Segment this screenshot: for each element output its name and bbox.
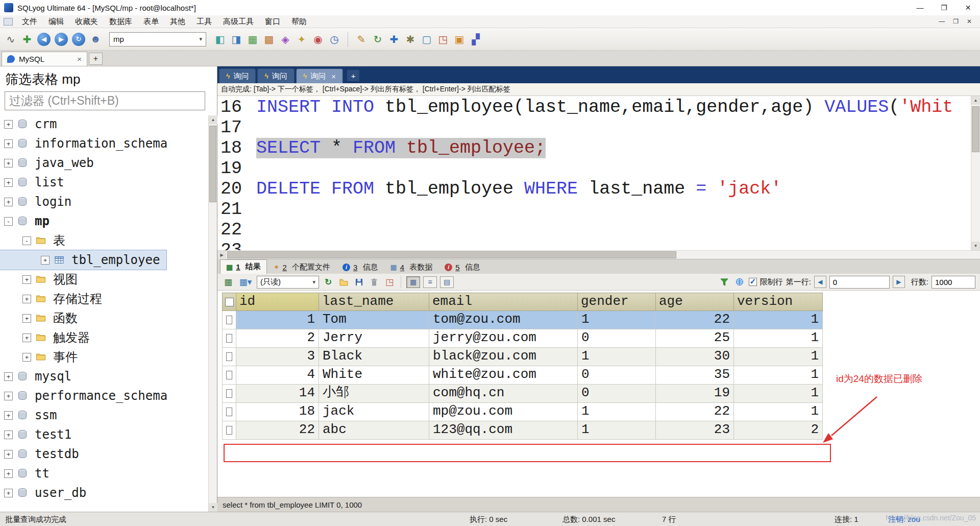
mdi-system-icon[interactable] [4, 18, 13, 26]
tree-item-表[interactable]: -表 [0, 231, 217, 250]
next-page-icon[interactable]: ▶ [893, 276, 905, 288]
expander-icon[interactable]: + [4, 431, 13, 439]
menu-item-帮助[interactable]: 帮助 [286, 15, 312, 28]
scroll-up-icon[interactable]: ▲ [209, 115, 217, 124]
expander-icon[interactable]: + [22, 353, 31, 362]
scrollbar-thumb[interactable] [227, 251, 676, 258]
save-icon[interactable] [353, 276, 365, 288]
scheduler-icon[interactable]: ◷ [327, 32, 342, 47]
checkbox-icon[interactable] [226, 316, 232, 324]
form-view-button[interactable]: ▤ [440, 276, 454, 288]
tree-item-test1[interactable]: +test1 [0, 425, 217, 444]
expander-icon[interactable]: - [22, 236, 31, 245]
schema-sync-icon[interactable]: ◧ [212, 32, 228, 47]
tree-item-java_web[interactable]: +java_web [0, 153, 217, 173]
scrollbar-thumb[interactable] [972, 106, 979, 152]
editor-horizontal-scrollbar[interactable]: ◀ ▶ [217, 250, 980, 259]
close-tab-icon[interactable]: × [331, 72, 336, 81]
tree-item-information_schema[interactable]: +information_schema [0, 134, 217, 153]
sidebar-scrollbar[interactable]: ▲ ▼ [208, 115, 217, 512]
select-all-checkbox-cell[interactable] [222, 293, 236, 311]
sql-editor[interactable]: 16INSERT INTO tbl_employee(last_name,ema… [217, 96, 980, 250]
menu-item-收藏夹[interactable]: 收藏夹 [69, 15, 104, 28]
expander-icon[interactable]: + [4, 372, 13, 381]
expander-icon[interactable]: + [4, 450, 13, 459]
expander-icon[interactable]: + [4, 411, 13, 420]
row-checkbox-cell[interactable] [222, 385, 236, 403]
settings-icon[interactable]: ✱ [403, 32, 418, 47]
menu-item-数据库[interactable]: 数据库 [104, 15, 138, 28]
connection-tab-mysql[interactable]: MySQL × [2, 52, 87, 66]
column-header-email[interactable]: email [429, 293, 578, 311]
close-icon[interactable]: × [77, 55, 82, 63]
tree-item-视图[interactable]: +视图 [0, 270, 217, 289]
window-icon[interactable]: ▣ [452, 32, 467, 47]
new-query-tab-button[interactable]: + [347, 70, 359, 81]
expander-icon[interactable]: + [22, 314, 31, 323]
tree-item-crm[interactable]: +crm [0, 114, 217, 134]
checkbox-icon[interactable] [226, 371, 232, 379]
refresh-result-icon[interactable]: ↻ [322, 276, 334, 288]
row-checkbox-cell[interactable] [222, 403, 236, 421]
new-connection-tab-button[interactable]: + [89, 53, 103, 65]
blocks-icon[interactable]: ▞ [468, 32, 483, 47]
tree-item-函数[interactable]: +函数 [0, 308, 217, 328]
expander-icon[interactable]: + [4, 198, 13, 206]
schema-designer-icon[interactable]: ▩ [261, 32, 277, 47]
redundant-index-icon[interactable]: ◈ [278, 32, 293, 47]
checkbox-icon[interactable] [226, 426, 232, 435]
expander-icon[interactable]: + [22, 295, 31, 303]
expander-icon[interactable]: + [4, 469, 13, 478]
tree-item-login[interactable]: +login [0, 192, 217, 211]
query-tab-3[interactable]: ϟ询问× [296, 68, 343, 83]
prev-page-icon[interactable]: ◀ [814, 276, 826, 288]
tree-item-mp[interactable]: -mp [0, 211, 217, 231]
column-header-version[interactable]: version [734, 293, 823, 311]
expander-icon[interactable]: + [41, 256, 50, 265]
scroll-up-icon[interactable]: ▲ [971, 96, 980, 105]
tree-item-performance_schema[interactable]: +performance_schema [0, 386, 217, 405]
scroll-down-icon[interactable]: ▼ [209, 503, 217, 512]
result-tab-5[interactable]: i5 信息 [439, 260, 486, 274]
close-button[interactable]: ✕ [956, 0, 980, 15]
menu-item-其他[interactable]: 其他 [164, 15, 191, 28]
tree-item-mysql[interactable]: +mysql [0, 367, 217, 386]
refresh-connection-icon[interactable]: ↻ [72, 33, 85, 46]
tree-item-存储过程[interactable]: +存储过程 [0, 289, 217, 308]
back-icon[interactable]: ◀ [37, 33, 51, 46]
query-builder-icon[interactable]: ▦ [245, 32, 260, 47]
result-tab-3[interactable]: i3 信息 [337, 260, 384, 274]
filter-funnel-icon[interactable] [718, 276, 730, 288]
column-header-id[interactable]: id [236, 293, 319, 311]
editor-vertical-scrollbar[interactable]: ▲ ▼ [971, 96, 980, 250]
menu-item-工具[interactable]: 工具 [191, 15, 217, 28]
checkbox-icon[interactable] [226, 389, 232, 398]
filter-input[interactable] [5, 91, 205, 110]
delete-row-icon[interactable] [368, 276, 380, 288]
refresh-globe-icon[interactable] [733, 276, 746, 288]
row-checkbox-cell[interactable] [222, 348, 236, 366]
row-checkbox-cell[interactable] [222, 311, 236, 329]
forward-icon[interactable]: ▶ [55, 33, 68, 46]
monitor-icon[interactable]: ▢ [419, 32, 434, 47]
mdi-minimize-button[interactable]: — [939, 18, 945, 25]
first-row-input[interactable] [829, 276, 890, 289]
menu-item-高级工具[interactable]: 高级工具 [217, 15, 259, 28]
open-file-icon[interactable] [337, 276, 350, 288]
menu-item-编辑[interactable]: 编辑 [43, 15, 69, 28]
expander-icon[interactable]: + [22, 333, 31, 342]
result-tab-2[interactable]: ✦2 个配置文件 [268, 260, 336, 274]
expander-icon[interactable]: + [4, 139, 13, 148]
checkbox-icon[interactable] [226, 408, 232, 416]
minimize-button[interactable]: — [908, 0, 932, 15]
scroll-right-icon[interactable]: ▶ [217, 251, 226, 259]
add-favorite-icon[interactable]: ✚ [386, 32, 402, 47]
expander-icon[interactable]: + [4, 178, 13, 187]
tree-item-触发器[interactable]: +触发器 [0, 328, 217, 347]
checkbox-icon[interactable] [226, 352, 232, 361]
row-count-input[interactable] [932, 276, 975, 289]
scroll-down-icon[interactable]: ▼ [971, 242, 980, 250]
menu-item-表单[interactable]: 表单 [138, 15, 164, 28]
user-manager-icon[interactable]: ☻ [88, 32, 103, 47]
maximize-button[interactable]: ❐ [932, 0, 956, 15]
